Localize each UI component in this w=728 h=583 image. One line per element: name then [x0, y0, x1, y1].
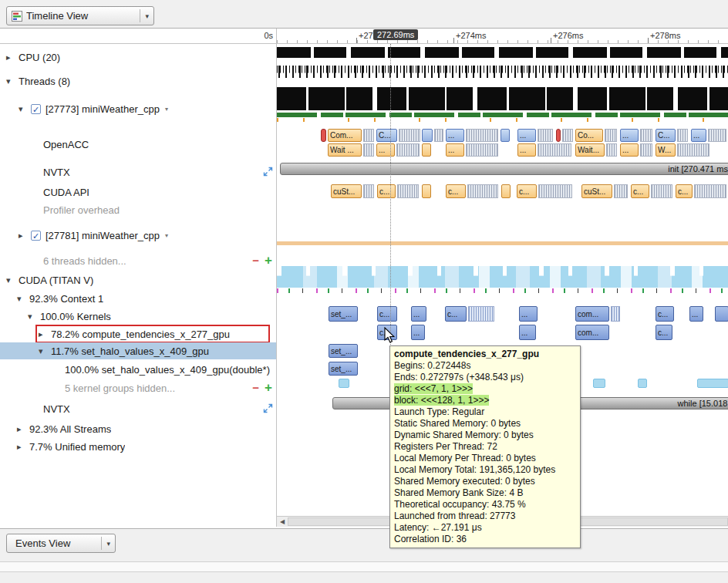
cuda-api-lane-orange-item[interactable]: c...: [631, 184, 649, 198]
openacc-lane-1-hatch-item[interactable]: [466, 129, 498, 142]
openacc-lane-2-orange-item[interactable]: ...: [446, 143, 464, 157]
openacc-lane-1-hatch-item[interactable]: [562, 129, 573, 142]
openacc-lane-2-hatch-item[interactable]: [640, 143, 652, 157]
cuda-api-lane-hatch-item[interactable]: [614, 184, 628, 198]
show-rows-button[interactable]: +: [265, 382, 272, 393]
hide-rows-button[interactable]: −: [252, 382, 259, 393]
openacc-lane-1-blue-item[interactable]: [422, 129, 433, 142]
openacc-lane-1-hatch-item[interactable]: [538, 129, 553, 142]
kernels-lane-1-khatch-item[interactable]: [468, 306, 494, 322]
kernels-lane-1-kernel-item[interactable]: set_...: [329, 306, 358, 322]
tree-row-kernels[interactable]: ▾100.0% Kernels: [0, 308, 276, 325]
kernels-lane-1-kernel-item[interactable]: c...: [377, 306, 397, 322]
kernel-groups-lane-lblue-item[interactable]: [638, 379, 647, 388]
tree-row-cuda-titan-v[interactable]: ▾CUDA (TITAN V): [0, 271, 276, 288]
openacc-lane-1-hatch-item[interactable]: [708, 129, 726, 142]
process-checkbox[interactable]: ✓: [31, 231, 41, 241]
cuda-api-lane-orange-item[interactable]: c...: [377, 184, 396, 198]
cuda-api-lane-hatch-item[interactable]: [538, 184, 572, 198]
openacc-lane-1-blue-item[interactable]: C...: [656, 129, 676, 142]
collapse-arrow-icon[interactable]: ▾: [6, 275, 19, 285]
openacc-lane-2-orange-item[interactable]: Wait...: [575, 143, 605, 157]
expand-arrow-icon[interactable]: ▸: [17, 442, 29, 452]
tree-row-compute-tendencies[interactable]: ▸78.2% compute_tendencies_x_277_gpu: [0, 325, 276, 342]
cuda-api-lane-orange-item[interactable]: c...: [517, 184, 537, 198]
cuda-api-lane-hatch-item[interactable]: [651, 184, 672, 198]
openacc-lane-1-orange-item[interactable]: Com...: [328, 129, 362, 142]
fit-row-icon[interactable]: [263, 403, 273, 413]
openacc-lane-2-hatch-item[interactable]: [677, 143, 709, 157]
kernels-lane-1-kernel-item[interactable]: ...: [411, 306, 426, 322]
kernels-lane-2-kernel-item[interactable]: com...: [575, 325, 609, 340]
expand-arrow-icon[interactable]: ▸: [19, 231, 31, 241]
tree-row-threads[interactable]: ▾Threads (8): [0, 72, 276, 89]
cuda-api-lane-orange-item[interactable]: [422, 184, 431, 198]
tree-row-process-27773[interactable]: ▾✓[27773] miniWeather_cpp▾: [0, 100, 276, 117]
openacc-lane-2-orange-item[interactable]: ...: [517, 143, 536, 157]
openacc-lane-2-hatch-item[interactable]: [606, 143, 617, 157]
expand-arrow-icon[interactable]: ▸: [17, 424, 29, 434]
openacc-lane-1-hatch-item[interactable]: [399, 129, 420, 142]
cuda-api-lane-hatch-item[interactable]: [363, 184, 374, 198]
openacc-lane-1-red-item[interactable]: [321, 129, 326, 142]
events-view-dropdown[interactable]: Events View ▾: [6, 534, 116, 553]
cuda-api-lane-hatch-item[interactable]: [694, 184, 726, 198]
openacc-lane-1-hatch-item[interactable]: [677, 129, 688, 142]
cuda-api-lane-hatch-item[interactable]: [467, 184, 498, 198]
track-kernels-lane-2[interactable]: c.........com...c...: [277, 325, 728, 340]
collapse-arrow-icon[interactable]: ▾: [17, 294, 29, 304]
openacc-lane-2-hatch-item[interactable]: [396, 143, 420, 157]
openacc-lane-2-orange-item[interactable]: W...: [656, 143, 676, 157]
collapse-arrow-icon[interactable]: ▾: [28, 312, 40, 322]
row-dropdown-icon[interactable]: ▾: [165, 232, 168, 239]
kernels-lane-2-kernel-item[interactable]: c...: [656, 325, 672, 340]
openacc-lane-1-hatch-item[interactable]: [605, 129, 617, 142]
track-cuda-api-lane[interactable]: cuSt...c...c...c...cuSt...c...c...: [277, 184, 728, 198]
openacc-lane-1-hatch-item[interactable]: [640, 129, 652, 142]
openacc-lane-1-blue-item[interactable]: [501, 129, 510, 142]
cuda-api-lane-hatch-item[interactable]: [397, 184, 419, 198]
openacc-lane-2-orange-item[interactable]: Wait ...: [328, 143, 362, 157]
row-dropdown-icon[interactable]: ▾: [165, 106, 168, 113]
tree-row-all-streams[interactable]: ▸92.3% All Streams: [0, 420, 276, 437]
tree-row-process-27781[interactable]: ▸✓[27781] miniWeather_cpp▾: [0, 227, 276, 244]
process-checkbox[interactable]: ✓: [31, 104, 41, 114]
tree-row-nvtx-context[interactable]: NVTX: [0, 400, 276, 417]
fit-row-icon[interactable]: [263, 167, 273, 177]
tree-row-openacc[interactable]: OpenACC: [0, 136, 276, 153]
openacc-lane-1-blue-item[interactable]: ...: [517, 129, 536, 142]
tree-row-nvtx-27773[interactable]: NVTX: [0, 163, 276, 180]
kernels-lane-2-kernel-item[interactable]: c...: [377, 325, 397, 340]
openacc-lane-1-blue-item[interactable]: C...: [376, 129, 397, 142]
kernels-lane-1-kernel-item[interactable]: c...: [656, 306, 674, 322]
kernel-groups-lane-lblue-item[interactable]: [339, 379, 349, 388]
openacc-lane-1-hatch-item[interactable]: [434, 129, 443, 142]
tree-row-context-1[interactable]: ▾92.3% Context 1: [0, 290, 276, 307]
tree-row-profiler-overhead[interactable]: Profiler overhead: [0, 201, 276, 218]
cuda-api-lane-orange-item[interactable]: cuSt...: [331, 184, 362, 198]
openacc-lane-1-blue-item[interactable]: ...: [691, 129, 706, 142]
openacc-lane-2-orange-item[interactable]: ...: [620, 143, 639, 157]
openacc-lane-1-blue-item[interactable]: ...: [620, 129, 639, 142]
set-halo-instance-lane-kernel-item[interactable]: set_...: [329, 362, 358, 376]
openacc-lane-1-hatch-item[interactable]: [363, 129, 374, 142]
kernels-lane-1-khatch-item[interactable]: [611, 306, 620, 322]
openacc-lane-1-red-item[interactable]: [556, 129, 561, 142]
collapse-arrow-icon[interactable]: ▾: [19, 104, 31, 114]
track-openacc-lane-1[interactable]: Com...C.........Co......C......: [277, 129, 728, 142]
openacc-lane-2-orange-item[interactable]: ...: [376, 143, 395, 157]
track-nvtx-init-range[interactable]: init [270.471 ms]: [277, 163, 728, 175]
openacc-lane-1-orange-item[interactable]: Co...: [575, 129, 603, 142]
tree-row-unified-memory[interactable]: ▸7.7% Unified memory: [0, 438, 276, 455]
collapse-arrow-icon[interactable]: ▾: [6, 76, 19, 86]
collapse-arrow-icon[interactable]: ▾: [39, 346, 51, 356]
kernels-lane-1-kernel-item[interactable]: ...: [689, 306, 703, 322]
openacc-lane-2-orange-item[interactable]: [422, 143, 431, 157]
view-selector-dropdown[interactable]: Timeline View ▾: [6, 6, 154, 25]
tree-row-set-halo-instance[interactable]: 100.0% set_halo_values_x_409_gpu(double*…: [0, 361, 276, 378]
cuda-api-lane-orange-item[interactable]: cuSt...: [581, 184, 612, 198]
hide-rows-button[interactable]: −: [252, 255, 259, 266]
kernel-groups-lane-lblue-item[interactable]: [593, 379, 605, 388]
tree-row-cuda-api[interactable]: CUDA API: [0, 184, 276, 201]
openacc-lane-2-hatch-item[interactable]: [466, 143, 498, 157]
